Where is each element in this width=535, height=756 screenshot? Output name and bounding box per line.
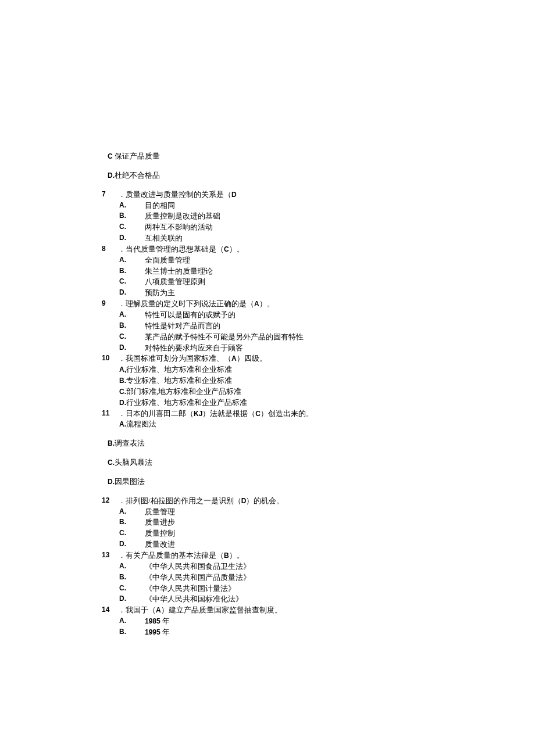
option-letter: C	[108, 152, 113, 160]
question-number: 10	[102, 353, 118, 364]
question-stem: 14 ．我国于（A）建立产品质量国家监督抽查制度。	[102, 605, 433, 616]
option-a: A.特性可以是固有的或赋予的	[119, 310, 433, 321]
option-a: A.流程图法	[119, 419, 433, 430]
question-14: 14 ．我国于（A）建立产品质量国家监督抽查制度。 A.1985 年 B.199…	[102, 605, 433, 638]
option-c: C.某产品的赋予特性不可能是另外产品的固有特性	[119, 332, 433, 343]
option-b: B.1995 年	[119, 627, 433, 638]
question-text: ．日本的川喜田二郎（KJ）法就是根据（C）创造出来的。	[118, 409, 433, 420]
option-b: B.朱兰博士的质量理论	[119, 266, 433, 277]
question-stem: 11 ．日本的川喜田二郎（KJ）法就是根据（C）创造出来的。	[102, 409, 433, 420]
orphan-options: C 保证产品质量	[102, 151, 433, 162]
option-d: D.质量改进	[119, 539, 433, 550]
option-a: A,行业标准、地方标准和企业标准	[119, 364, 433, 375]
option-c: C.质量控制	[119, 528, 433, 539]
question-number: 14	[102, 605, 118, 616]
option-list: A.质量管理 B.质量进步 C.质量控制 D.质量改进	[119, 507, 433, 550]
question-stem: 7 ．质量改进与质量控制的关系是（D	[102, 189, 433, 200]
option-d: D.《中华人民共和国标准化法》	[119, 594, 433, 605]
question-number: 12	[102, 496, 118, 507]
option-d: D.行业标准、地方标准和企业产品标准	[119, 397, 433, 409]
option-text: 保证产品质量	[113, 152, 160, 160]
option-b: B.调查表法	[108, 438, 433, 449]
option-list: A.《中华人民共和国食品卫生法》 B.《中华人民共和国产品质量法》 C.《中华人…	[119, 561, 433, 605]
option-c: C.部门标准,地方标准和企业产品标准	[119, 386, 433, 397]
option-b: B.特性是针对产品而言的	[119, 321, 433, 332]
question-text: ．排列图/柏拉图的作用之一是识别（D）的机会。	[118, 496, 433, 507]
orphan-options: D.杜绝不合格品	[102, 170, 433, 181]
question-9: 9 ．理解质量的定义时下列说法正确的是（A）。 A.特性可以是固有的或赋予的 B…	[102, 299, 433, 353]
question-number: 13	[102, 550, 118, 561]
question-number: 11	[102, 409, 118, 420]
question-number: 7	[102, 189, 118, 200]
question-10: 10 ．我国标准可划分为国家标准、（A）四级。 A,行业标准、地方标准和企业标准…	[102, 353, 433, 408]
option-a: A.全面质量管理	[119, 255, 433, 266]
question-text: ．质量改进与质量控制的关系是（D	[118, 189, 433, 200]
option-a: A.《中华人民共和国食品卫生法》	[119, 561, 433, 572]
question-stem: 12 ．排列图/柏拉图的作用之一是识别（D）的机会。	[102, 496, 433, 507]
option-a: A.质量管理	[119, 507, 433, 518]
option-list: A.特性可以是固有的或赋予的 B.特性是针对产品而言的 C.某产品的赋予特性不可…	[119, 310, 433, 353]
option-c: C.《中华人民共和国计量法》	[119, 583, 433, 594]
option-letter: D.	[108, 171, 115, 180]
question-text: ．我国于（A）建立产品质量国家监督抽查制度。	[118, 605, 433, 616]
question-text: ．理解质量的定义时下列说法正确的是（A）。	[118, 299, 433, 310]
option-c: C.两种互不影响的活动	[119, 222, 433, 233]
question-stem: 10 ．我国标准可划分为国家标准、（A）四级。	[102, 353, 433, 364]
question-13: 13 ．有关产品质量的基本法律是（B）。 A.《中华人民共和国食品卫生法》 B.…	[102, 550, 433, 605]
option-b: B.质量控制是改进的基础	[119, 211, 433, 222]
question-stem: 8 ．当代质量管理的思想基础是（C）。	[102, 244, 433, 255]
question-stem: 13 ．有关产品质量的基本法律是（B）。	[102, 550, 433, 561]
option-d: D.对特性的要求均应来自于顾客	[119, 343, 433, 354]
option-d: D.互相关联的	[119, 233, 433, 244]
question-12: 12 ．排列图/柏拉图的作用之一是识别（D）的机会。 A.质量管理 B.质量进步…	[102, 496, 433, 550]
question-number: 9	[102, 299, 118, 310]
option-d: D.杜绝不合格品	[108, 170, 433, 181]
question-text: ．我国标准可划分为国家标准、（A）四级。	[118, 353, 433, 364]
question-7: 7 ．质量改进与质量控制的关系是（D A.目的相同 B.质量控制是改进的基础 C…	[102, 189, 433, 244]
question-stem: 9 ．理解质量的定义时下列说法正确的是（A）。	[102, 299, 433, 310]
option-b: B.质量进步	[119, 517, 433, 528]
option-b: B.《中华人民共和国产品质量法》	[119, 572, 433, 583]
option-list: A.目的相同 B.质量控制是改进的基础 C.两种互不影响的活动 D.互相关联的	[119, 200, 433, 244]
option-list: A.全面质量管理 B.朱兰博士的质量理论 C.八项质量管理原则 D.预防为主	[119, 255, 433, 299]
option-b: B.专业标准、地方标准和企业标准	[119, 375, 433, 386]
option-d: D.因果图法	[108, 476, 433, 488]
option-c: C 保证产品质量	[108, 151, 433, 162]
question-8: 8 ．当代质量管理的思想基础是（C）。 A.全面质量管理 B.朱兰博士的质量理论…	[102, 244, 433, 299]
question-text: ．有关产品质量的基本法律是（B）。	[118, 550, 433, 561]
question-11: 11 ．日本的川喜田二郎（KJ）法就是根据（C）创造出来的。 A.流程图法 B.…	[102, 409, 433, 488]
question-text: ．当代质量管理的思想基础是（C）。	[118, 244, 433, 255]
option-text: 杜绝不合格品	[115, 171, 160, 180]
option-list: A.1985 年 B.1995 年	[119, 616, 433, 638]
question-number: 8	[102, 244, 118, 255]
option-c: C.八项质量管理原则	[119, 277, 433, 288]
option-a: A.1985 年	[119, 616, 433, 627]
option-c: C.头脑风暴法	[108, 457, 433, 468]
option-a: A.目的相同	[119, 200, 433, 212]
option-d: D.预防为主	[119, 288, 433, 299]
